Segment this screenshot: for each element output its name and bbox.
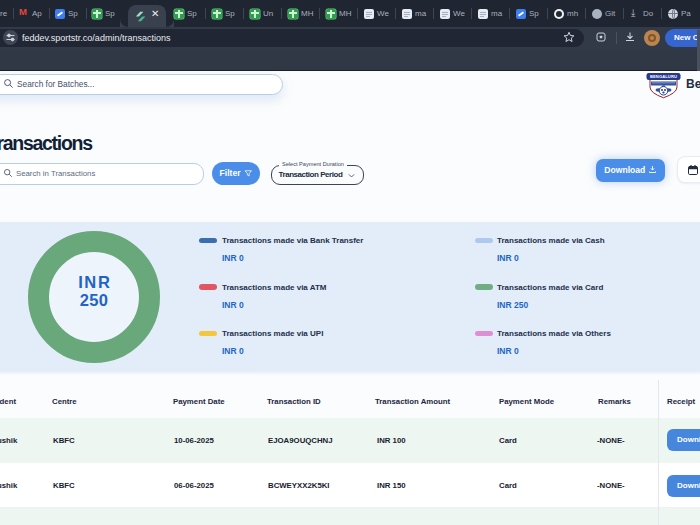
svg-text:BENGALURU: BENGALURU	[650, 74, 677, 79]
